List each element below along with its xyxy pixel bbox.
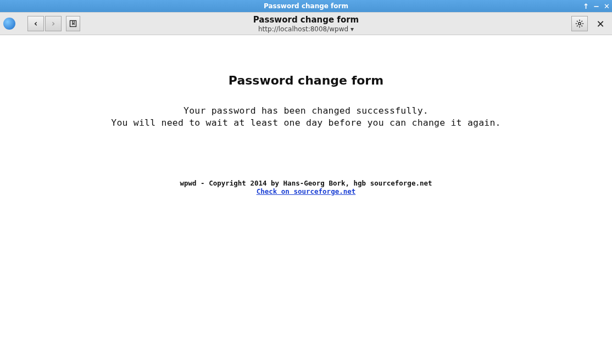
page-content: Password change form Your password has b… (0, 35, 612, 195)
browser-toolbar: ‹ › Password change form http://localhos… (0, 12, 612, 35)
back-button[interactable]: ‹ (27, 16, 44, 31)
chevron-left-icon: ‹ (34, 19, 37, 29)
window-minimize-icon[interactable]: − (593, 3, 599, 10)
globe-icon[interactable] (3, 18, 15, 30)
svg-point-1 (578, 23, 581, 25)
bookmark-icon (69, 20, 77, 27)
sourceforge-link[interactable]: Check on sourceforge.net (257, 187, 356, 195)
success-message: Your password has been changed successfu… (0, 105, 612, 130)
svg-line-9 (581, 21, 582, 22)
close-icon: ✕ (596, 18, 604, 30)
address-area: Password change form http://localhost:80… (0, 15, 612, 33)
svg-line-7 (581, 25, 582, 26)
chevron-right-icon: › (52, 19, 55, 29)
svg-line-6 (577, 21, 578, 22)
tab-close-button[interactable]: ✕ (592, 16, 609, 31)
page-title: Password change form (0, 15, 612, 25)
footer: wpwd - Copyright 2014 by Hans-Georg Bork… (0, 179, 612, 195)
settings-button[interactable] (571, 16, 588, 31)
forward-button[interactable]: › (45, 16, 62, 31)
page-url[interactable]: http://localhost:8008/wpwd ▾ (0, 25, 612, 33)
window-title: Password change form (0, 2, 612, 10)
success-line-1: Your password has been changed successfu… (0, 105, 612, 117)
window-roll-up-icon[interactable]: ↑ (583, 3, 589, 10)
gear-icon (575, 19, 584, 28)
content-heading: Password change form (0, 74, 612, 87)
window-titlebar: Password change form ↑ − ✕ (0, 0, 612, 12)
window-controls: ↑ − ✕ (583, 0, 610, 12)
copyright-text: wpwd - Copyright 2014 by Hans-Georg Bork… (0, 179, 612, 187)
bookmark-button[interactable] (66, 16, 80, 31)
window-close-icon[interactable]: ✕ (604, 3, 610, 10)
success-line-2: You will need to wait at least one day b… (0, 117, 612, 129)
svg-line-8 (577, 25, 578, 26)
